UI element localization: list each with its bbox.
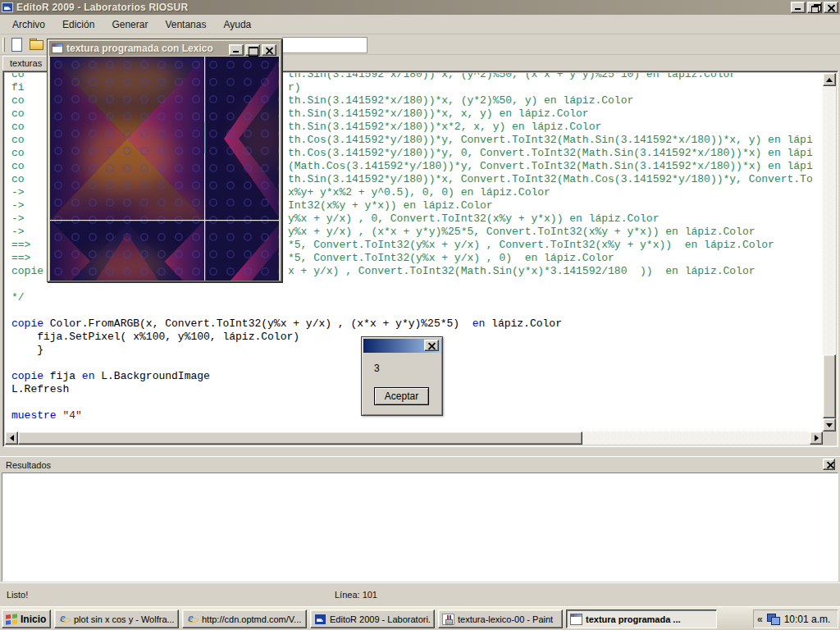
menu-bar: ArchivoEdiciónGenerarVentanasAyuda xyxy=(0,15,840,34)
start-button-label: Inicio xyxy=(21,614,46,625)
start-button[interactable]: Inicio xyxy=(2,609,51,628)
menu-item-generar[interactable]: Generar xyxy=(112,19,148,30)
app-icon xyxy=(2,2,13,12)
message-dialog[interactable]: 3 Aceptar xyxy=(361,336,443,416)
ie-icon xyxy=(58,614,71,625)
texture-window-title: textura programada con Lexico xyxy=(66,43,213,54)
tray-expand-icon[interactable]: « xyxy=(757,614,763,625)
ie-icon xyxy=(186,614,199,625)
toolbar-combo-input[interactable] xyxy=(282,37,368,53)
tab-texturas[interactable]: texturas xyxy=(2,56,49,71)
texture-image xyxy=(50,57,279,281)
horizontal-scroll-thumb[interactable] xyxy=(18,431,582,445)
results-panel-title: Resultados xyxy=(6,460,51,470)
scroll-left-icon[interactable] xyxy=(5,431,18,445)
results-panel-header: Resultados xyxy=(0,456,840,472)
texture-window-titlebar[interactable]: textura programada con Lexico xyxy=(49,41,280,56)
new-file-icon[interactable] xyxy=(9,37,24,52)
dialog-close-icon[interactable] xyxy=(424,340,439,351)
menu-item-ayuda[interactable]: Ayuda xyxy=(223,19,251,30)
taskbar-task-button[interactable]: plot sin x cos y - Wolfra... xyxy=(54,609,179,628)
scroll-right-icon[interactable] xyxy=(810,431,823,445)
scroll-up-icon[interactable] xyxy=(823,73,836,86)
dialog-message: 3 xyxy=(374,363,380,374)
status-line-indicator: Línea: 101 xyxy=(335,590,377,600)
results-output-area[interactable] xyxy=(2,472,838,582)
toolbar-grip xyxy=(2,38,5,52)
horizontal-scrollbar[interactable] xyxy=(5,431,823,445)
tray-clock: 10:01 a.m. xyxy=(784,614,831,625)
texture-minimize-icon[interactable] xyxy=(229,44,244,56)
code-line: */ xyxy=(5,291,823,304)
main-window-titlebar[interactable]: EditoR 2009 - Laboratorios RIOSUR xyxy=(0,0,840,15)
vertical-scrollbar[interactable] xyxy=(823,73,836,431)
dialog-titlebar[interactable] xyxy=(363,339,441,353)
paint-icon xyxy=(442,614,454,625)
close-icon[interactable] xyxy=(824,2,838,13)
form-icon xyxy=(52,43,63,53)
texture-window[interactable]: textura programada con Lexico xyxy=(47,39,282,282)
open-file-icon[interactable] xyxy=(29,37,43,52)
task-button-label: textura-lexico-00 - Paint xyxy=(458,614,553,624)
task-button-label: textura programada ... xyxy=(586,614,681,624)
windows-flag-icon xyxy=(6,614,17,624)
network-tray-icon[interactable] xyxy=(767,614,780,625)
scroll-down-icon[interactable] xyxy=(823,418,836,431)
scrollbar-corner xyxy=(823,431,836,445)
texture-close-icon[interactable] xyxy=(262,44,276,56)
taskbar-task-button[interactable]: textura-lexico-00 - Paint xyxy=(438,609,563,628)
task-button-label: EditoR 2009 - Laboratori... xyxy=(330,614,431,624)
editor-icon xyxy=(314,614,326,625)
texture-maximize-icon[interactable] xyxy=(245,44,260,56)
results-close-icon[interactable] xyxy=(823,459,835,470)
taskbar-task-button[interactable]: http://cdn.optmd.com/V... xyxy=(182,609,307,628)
menu-item-ventanas[interactable]: Ventanas xyxy=(165,19,206,30)
menu-item-archivo[interactable]: Archivo xyxy=(12,19,45,30)
minimize-icon[interactable] xyxy=(791,2,806,13)
taskbar: Inicio plot sin x cos y - Wolfra...http:… xyxy=(0,606,840,630)
dialog-ok-button[interactable]: Aceptar xyxy=(374,387,429,405)
task-button-label: plot sin x cos y - Wolfra... xyxy=(74,614,175,624)
status-bar: Listo! Línea: 101 xyxy=(0,582,840,606)
status-ready-text: Listo! xyxy=(7,590,28,600)
desktop: EditoR 2009 - Laboratorios RIOSUR Archiv… xyxy=(0,0,840,630)
taskbar-task-button[interactable]: textura programada ... xyxy=(566,609,717,628)
taskbar-task-button[interactable]: EditoR 2009 - Laboratori... xyxy=(310,609,435,628)
form-icon xyxy=(570,614,582,625)
code-line xyxy=(5,304,823,317)
window-title: EditoR 2009 - Laboratorios RIOSUR xyxy=(16,2,188,13)
restore-icon[interactable] xyxy=(807,2,822,13)
system-tray: « 10:01 a.m. xyxy=(753,609,838,628)
menu-item-edición[interactable]: Edición xyxy=(62,19,94,30)
code-line: copie Color.FromARGB(x, Convert.ToInt32(… xyxy=(5,317,823,331)
task-button-label: http://cdn.optmd.com/V... xyxy=(202,614,301,624)
vertical-scroll-thumb[interactable] xyxy=(823,354,836,418)
